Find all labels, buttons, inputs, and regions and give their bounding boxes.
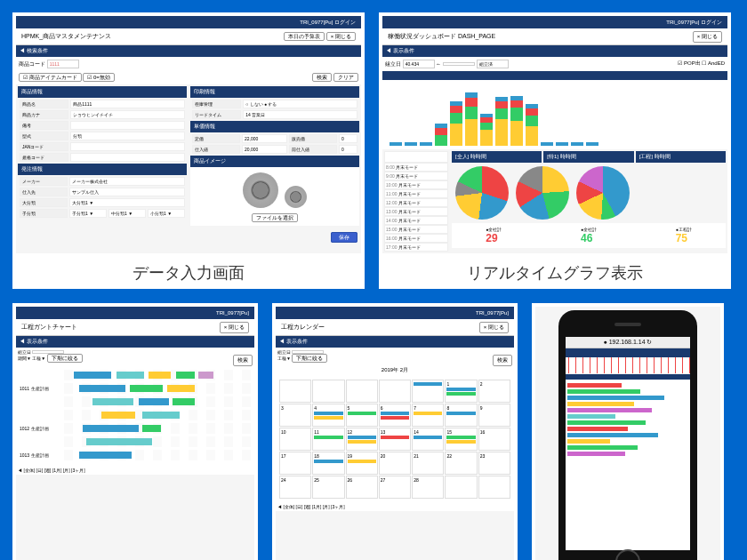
file-select-button[interactable]: ファイルを選択 bbox=[252, 213, 298, 222]
app-topbar: TRI_0977[Pu] ログイン bbox=[16, 16, 361, 28]
calendar-month: 2019年 2月 bbox=[276, 364, 514, 376]
close-button[interactable]: × 閉じる bbox=[326, 32, 356, 41]
time-list: 作業時間8:00 月末モード9:00 月末モード10:00 月末モード11:00… bbox=[384, 151, 448, 252]
caption-1: データ入力画面 bbox=[12, 257, 365, 289]
save-button[interactable]: 保存 bbox=[331, 232, 357, 243]
print-info-table: 在庫管理○ しない ● する リードタイム14 営業日 bbox=[190, 98, 359, 121]
user-label: TRI_0977[Pu] bbox=[300, 20, 333, 25]
page-title: 工程ガントチャート bbox=[21, 323, 77, 332]
gantt-chart: 1011 生産計画1012 生産計画1013 生産計画 bbox=[16, 364, 254, 466]
clear-button[interactable]: クリア bbox=[333, 73, 358, 82]
pie-row bbox=[452, 163, 726, 223]
stacked-bar-chart bbox=[382, 80, 727, 149]
chip-invalid[interactable]: ☑ 0=無効 bbox=[83, 73, 115, 82]
code-label: 商品コード bbox=[19, 61, 45, 67]
close-button[interactable]: × 閉じる bbox=[693, 31, 722, 43]
phone-bar-chart bbox=[566, 380, 690, 460]
phone-url[interactable]: ● 192.168.1.14 ↻ bbox=[566, 337, 690, 348]
panel-gantt: TRI_0977[Pu] 工程ガントチャート× 閉じる ◀ 表示条件 組立日 期… bbox=[11, 301, 260, 560]
panel-smartphone: ● 192.168.1.14 ↻ スマホ表示 bbox=[530, 301, 726, 560]
section-print-info: 印刷情報 bbox=[190, 86, 359, 98]
budget-button[interactable]: 本日の予算表 bbox=[284, 32, 325, 41]
panel-realtime-graph: TRI_0977[Pu] ログイン 稼働状況ダッシュボード DASH_PAGE×… bbox=[377, 11, 733, 291]
calendar-footer[interactable]: ◀ [全体] [日] [週] [1月] [月] [3ヶ月] bbox=[276, 502, 514, 511]
chip-itemcard[interactable]: ☑ 商品アイテムカード bbox=[19, 73, 82, 82]
code-input[interactable]: 1111 bbox=[47, 60, 79, 68]
page-title: 工程カレンダー bbox=[281, 323, 325, 332]
home-button-icon[interactable] bbox=[615, 549, 640, 560]
phone-frame: ● 192.168.1.14 ↻ bbox=[558, 310, 697, 560]
price-info-table: 定価22,000販売価0 仕入値20,000前仕入値0 bbox=[190, 132, 359, 156]
search-section[interactable]: ◀ 検索条件 bbox=[16, 45, 361, 57]
login-label[interactable]: ログイン bbox=[334, 19, 356, 27]
product-image-1 bbox=[243, 172, 278, 208]
pie-3 bbox=[576, 166, 630, 220]
section-image: 商品イメージ bbox=[190, 156, 359, 167]
search-button[interactable]: 検索 bbox=[312, 73, 332, 82]
calendar-grid[interactable]: 1234567891011121314151617181920212223242… bbox=[279, 380, 510, 499]
caption-2: リアルタイムグラフ表示 bbox=[379, 257, 731, 289]
section-ship-info: 発注情報 bbox=[18, 164, 187, 175]
panel-data-entry: TRI_0977[Pu] ログイン HPMK_商品マスタメンテナンス 本日の予算… bbox=[11, 11, 366, 291]
pie-2 bbox=[516, 166, 569, 220]
section-price-info: 単価情報 bbox=[190, 121, 359, 132]
page-title: HPMK_商品マスタメンテナンス bbox=[21, 32, 111, 41]
kpi-row: ●全社計29 ●全社計46 ●工程計75 bbox=[452, 223, 726, 248]
pie-1 bbox=[455, 166, 509, 220]
filter-section[interactable]: ◀ 表示条件 bbox=[382, 45, 727, 57]
page-title: 稼働状況ダッシュボード DASH_PAGE bbox=[388, 32, 495, 41]
section-product-info: 商品情報 bbox=[18, 86, 187, 98]
ship-info-table: メーカーメーカー株式会社 仕入先サンプル仕入 大分類大分類1 ▼ 子分類子分類1… bbox=[18, 175, 187, 220]
product-info-table: 商品名商品1111 商品カナショウヒンイチイチ 備考 型式 分類 JANコード … bbox=[18, 98, 187, 164]
product-image-2 bbox=[285, 186, 307, 208]
panel-calendar: TRI_0977[Pu] 工程カレンダー× 閉じる ◀ 表示条件 組立日 工種▼… bbox=[270, 301, 519, 560]
gantt-footer[interactable]: ◀ [全体] [日] [週] [1月] [月] [3ヶ月] bbox=[16, 466, 254, 475]
